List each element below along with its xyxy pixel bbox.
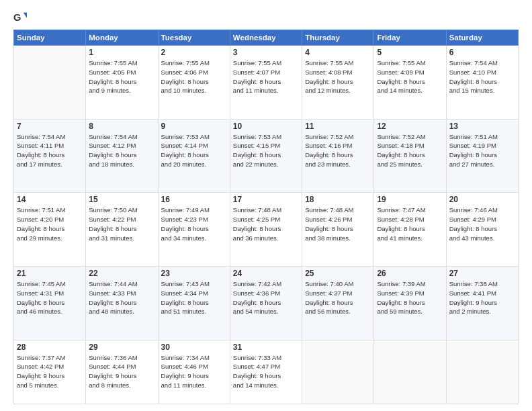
logo-icon: G: [13, 11, 27, 24]
day-number: 16: [161, 195, 227, 204]
day-info: Sunrise: 7:52 AM Sunset: 4:16 PM Dayligh…: [305, 132, 371, 169]
calendar-cell: 20Sunrise: 7:46 AM Sunset: 4:29 PM Dayli…: [446, 193, 518, 267]
day-info: Sunrise: 7:52 AM Sunset: 4:18 PM Dayligh…: [377, 132, 443, 169]
day-number: 3: [233, 48, 299, 57]
weekday-header-friday: Friday: [374, 30, 446, 46]
day-number: 9: [161, 122, 227, 131]
calendar-cell: 28Sunrise: 7:37 AM Sunset: 4:42 PM Dayli…: [14, 340, 86, 404]
calendar-cell: [374, 340, 446, 404]
week-row-5: 28Sunrise: 7:37 AM Sunset: 4:42 PM Dayli…: [14, 340, 519, 404]
calendar-cell: 16Sunrise: 7:49 AM Sunset: 4:23 PM Dayli…: [158, 193, 230, 267]
calendar-cell: 17Sunrise: 7:48 AM Sunset: 4:25 PM Dayli…: [230, 193, 302, 267]
calendar-cell: 14Sunrise: 7:51 AM Sunset: 4:20 PM Dayli…: [14, 193, 86, 267]
day-number: 4: [305, 48, 371, 57]
logo: G: [13, 11, 30, 24]
day-info: Sunrise: 7:42 AM Sunset: 4:36 PM Dayligh…: [233, 279, 299, 316]
day-info: Sunrise: 7:40 AM Sunset: 4:37 PM Dayligh…: [305, 279, 371, 316]
calendar-cell: [446, 340, 518, 404]
day-info: Sunrise: 7:51 AM Sunset: 4:19 PM Dayligh…: [449, 132, 515, 169]
calendar-cell: 18Sunrise: 7:48 AM Sunset: 4:26 PM Dayli…: [302, 193, 374, 267]
svg-text:G: G: [13, 12, 21, 23]
weekday-header-monday: Monday: [86, 30, 158, 46]
day-number: 31: [233, 342, 299, 352]
calendar-cell: 23Sunrise: 7:43 AM Sunset: 4:34 PM Dayli…: [158, 266, 230, 340]
weekday-header-thursday: Thursday: [302, 30, 374, 46]
day-number: 17: [233, 195, 299, 204]
day-info: Sunrise: 7:50 AM Sunset: 4:22 PM Dayligh…: [89, 205, 154, 242]
weekday-header-wednesday: Wednesday: [230, 30, 302, 46]
calendar-cell: 2Sunrise: 7:55 AM Sunset: 4:06 PM Daylig…: [158, 46, 230, 120]
day-number: 24: [233, 269, 299, 278]
day-number: 8: [89, 122, 154, 131]
day-info: Sunrise: 7:37 AM Sunset: 4:42 PM Dayligh…: [17, 353, 83, 390]
calendar-cell: 3Sunrise: 7:55 AM Sunset: 4:07 PM Daylig…: [230, 46, 302, 120]
day-number: 27: [449, 269, 515, 278]
day-info: Sunrise: 7:55 AM Sunset: 4:05 PM Dayligh…: [89, 58, 154, 95]
day-number: 15: [89, 195, 154, 204]
day-info: Sunrise: 7:45 AM Sunset: 4:31 PM Dayligh…: [17, 279, 83, 316]
header: G: [13, 11, 519, 24]
week-row-2: 7Sunrise: 7:54 AM Sunset: 4:11 PM Daylig…: [14, 119, 519, 193]
calendar-cell: 12Sunrise: 7:52 AM Sunset: 4:18 PM Dayli…: [374, 119, 446, 193]
day-number: 20: [449, 195, 515, 204]
day-number: 29: [89, 342, 154, 352]
day-number: 14: [17, 195, 83, 204]
calendar-cell: 10Sunrise: 7:53 AM Sunset: 4:15 PM Dayli…: [230, 119, 302, 193]
week-row-1: 1Sunrise: 7:55 AM Sunset: 4:05 PM Daylig…: [14, 46, 519, 120]
calendar-cell: [302, 340, 374, 404]
calendar-cell: [14, 46, 86, 120]
day-info: Sunrise: 7:33 AM Sunset: 4:47 PM Dayligh…: [233, 353, 299, 390]
day-number: 23: [161, 269, 227, 278]
calendar-cell: 7Sunrise: 7:54 AM Sunset: 4:11 PM Daylig…: [14, 119, 86, 193]
day-info: Sunrise: 7:53 AM Sunset: 4:15 PM Dayligh…: [233, 132, 299, 169]
calendar-cell: 8Sunrise: 7:54 AM Sunset: 4:12 PM Daylig…: [86, 119, 158, 193]
day-number: 30: [161, 342, 227, 352]
day-info: Sunrise: 7:55 AM Sunset: 4:07 PM Dayligh…: [233, 58, 299, 95]
page: G SundayMondayTuesdayWednesdayThursdayFr…: [0, 0, 532, 411]
week-row-4: 21Sunrise: 7:45 AM Sunset: 4:31 PM Dayli…: [14, 266, 519, 340]
day-info: Sunrise: 7:54 AM Sunset: 4:10 PM Dayligh…: [449, 58, 515, 95]
day-info: Sunrise: 7:53 AM Sunset: 4:14 PM Dayligh…: [161, 132, 227, 169]
calendar-cell: 25Sunrise: 7:40 AM Sunset: 4:37 PM Dayli…: [302, 266, 374, 340]
day-number: 7: [17, 122, 83, 131]
day-number: 6: [449, 48, 515, 57]
calendar-cell: 26Sunrise: 7:39 AM Sunset: 4:39 PM Dayli…: [374, 266, 446, 340]
calendar-cell: 15Sunrise: 7:50 AM Sunset: 4:22 PM Dayli…: [86, 193, 158, 267]
calendar-cell: 11Sunrise: 7:52 AM Sunset: 4:16 PM Dayli…: [302, 119, 374, 193]
day-info: Sunrise: 7:54 AM Sunset: 4:11 PM Dayligh…: [17, 132, 83, 169]
weekday-header-row: SundayMondayTuesdayWednesdayThursdayFrid…: [14, 30, 519, 46]
calendar-cell: 1Sunrise: 7:55 AM Sunset: 4:05 PM Daylig…: [86, 46, 158, 120]
calendar-cell: 21Sunrise: 7:45 AM Sunset: 4:31 PM Dayli…: [14, 266, 86, 340]
day-info: Sunrise: 7:51 AM Sunset: 4:20 PM Dayligh…: [17, 205, 83, 242]
calendar-cell: 19Sunrise: 7:47 AM Sunset: 4:28 PM Dayli…: [374, 193, 446, 267]
day-number: 2: [161, 48, 227, 57]
day-number: 21: [17, 269, 83, 278]
day-info: Sunrise: 7:43 AM Sunset: 4:34 PM Dayligh…: [161, 279, 227, 316]
weekday-header-saturday: Saturday: [446, 30, 518, 46]
calendar-cell: 30Sunrise: 7:34 AM Sunset: 4:46 PM Dayli…: [158, 340, 230, 404]
calendar-cell: 9Sunrise: 7:53 AM Sunset: 4:14 PM Daylig…: [158, 119, 230, 193]
day-number: 22: [89, 269, 154, 278]
day-number: 19: [377, 195, 443, 204]
day-number: 5: [377, 48, 443, 57]
week-row-3: 14Sunrise: 7:51 AM Sunset: 4:20 PM Dayli…: [14, 193, 519, 267]
day-info: Sunrise: 7:44 AM Sunset: 4:33 PM Dayligh…: [89, 279, 154, 316]
day-info: Sunrise: 7:55 AM Sunset: 4:08 PM Dayligh…: [305, 58, 371, 95]
day-info: Sunrise: 7:55 AM Sunset: 4:09 PM Dayligh…: [377, 58, 443, 95]
calendar-table: SundayMondayTuesdayWednesdayThursdayFrid…: [13, 30, 519, 404]
calendar-cell: 29Sunrise: 7:36 AM Sunset: 4:44 PM Dayli…: [86, 340, 158, 404]
day-number: 13: [449, 122, 515, 131]
day-info: Sunrise: 7:55 AM Sunset: 4:06 PM Dayligh…: [161, 58, 227, 95]
day-info: Sunrise: 7:47 AM Sunset: 4:28 PM Dayligh…: [377, 205, 443, 242]
day-info: Sunrise: 7:38 AM Sunset: 4:41 PM Dayligh…: [449, 279, 515, 316]
calendar-cell: 4Sunrise: 7:55 AM Sunset: 4:08 PM Daylig…: [302, 46, 374, 120]
calendar-cell: 24Sunrise: 7:42 AM Sunset: 4:36 PM Dayli…: [230, 266, 302, 340]
day-number: 26: [377, 269, 443, 278]
day-info: Sunrise: 7:46 AM Sunset: 4:29 PM Dayligh…: [449, 205, 515, 242]
day-number: 10: [233, 122, 299, 131]
day-info: Sunrise: 7:34 AM Sunset: 4:46 PM Dayligh…: [161, 353, 227, 390]
calendar-cell: 5Sunrise: 7:55 AM Sunset: 4:09 PM Daylig…: [374, 46, 446, 120]
day-info: Sunrise: 7:54 AM Sunset: 4:12 PM Dayligh…: [89, 132, 154, 169]
day-number: 11: [305, 122, 371, 131]
calendar-cell: 13Sunrise: 7:51 AM Sunset: 4:19 PM Dayli…: [446, 119, 518, 193]
